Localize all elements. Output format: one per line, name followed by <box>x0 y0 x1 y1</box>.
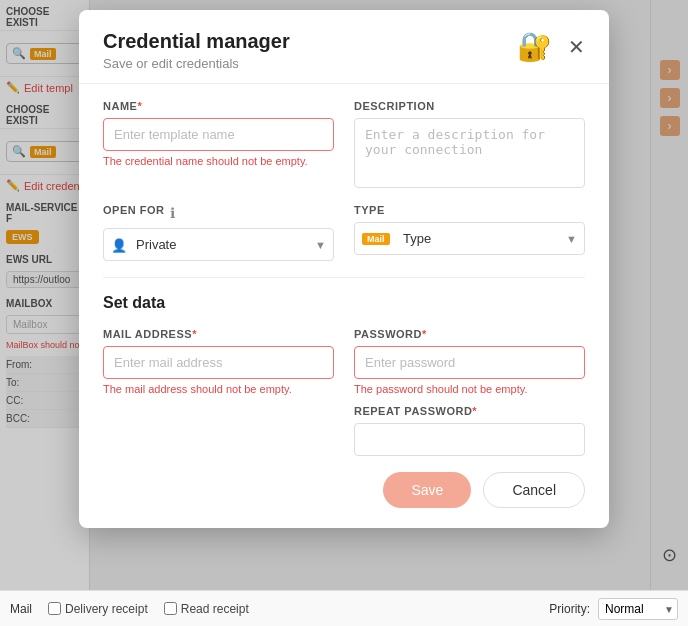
type-mail-badge: Mail <box>362 233 390 245</box>
repeat-password-label: REPEAT PASSWORD* <box>354 405 585 417</box>
name-error: The credential name should not be empty. <box>103 155 334 167</box>
bottom-bar-left: Mail Delivery receipt Read receipt <box>10 602 249 616</box>
open-for-select-wrapper: 👤 Private Public ▼ <box>103 228 334 261</box>
password-error: The password should not be empty. <box>354 383 585 395</box>
key-icon: 🔐 <box>517 30 552 63</box>
modal-actions: Save Cancel <box>103 472 585 508</box>
name-label: NAME* <box>103 100 334 112</box>
repeat-password-input[interactable] <box>354 423 585 456</box>
open-for-group: OPEN FOR ℹ 👤 Private Public ▼ <box>103 204 334 261</box>
type-label: TYPE <box>354 204 585 216</box>
mail-address-group: MAIL ADDRESS* The mail address should no… <box>103 328 334 456</box>
mail-password-row: MAIL ADDRESS* The mail address should no… <box>103 328 585 456</box>
read-receipt-label: Read receipt <box>181 602 249 616</box>
mail-address-input[interactable] <box>103 346 334 379</box>
password-group: PASSWORD* The password should not be emp… <box>354 328 585 456</box>
mail-address-label: MAIL ADDRESS* <box>103 328 334 340</box>
type-group: TYPE Mail Type Mail ▼ <box>354 204 585 261</box>
password-label: PASSWORD* <box>354 328 585 340</box>
modal-title: Credential manager <box>103 30 290 53</box>
description-label: DESCRIPTION <box>354 100 585 112</box>
description-input[interactable] <box>354 118 585 188</box>
mail-label: Mail <box>10 602 32 616</box>
priority-select-wrapper: Normal High Low ▼ <box>598 598 678 620</box>
description-group: DESCRIPTION <box>354 100 585 188</box>
name-description-row: NAME* The credential name should not be … <box>103 100 585 188</box>
priority-select[interactable]: Normal High Low <box>598 598 678 620</box>
name-group: NAME* The credential name should not be … <box>103 100 334 188</box>
type-select-wrapper: Mail Type Mail ▼ <box>354 222 585 255</box>
open-for-label: OPEN FOR <box>103 204 164 216</box>
delivery-receipt-item[interactable]: Delivery receipt <box>48 602 148 616</box>
delivery-receipt-label: Delivery receipt <box>65 602 148 616</box>
read-receipt-item[interactable]: Read receipt <box>164 602 249 616</box>
read-receipt-checkbox[interactable] <box>164 602 177 615</box>
modal-overlay: Credential manager Save or edit credenti… <box>0 0 688 626</box>
priority-section: Priority: Normal High Low ▼ <box>549 598 678 620</box>
credential-manager-modal: Credential manager Save or edit credenti… <box>79 10 609 528</box>
open-for-type-row: OPEN FOR ℹ 👤 Private Public ▼ TYPE <box>103 204 585 261</box>
cancel-button[interactable]: Cancel <box>483 472 585 508</box>
delivery-receipt-checkbox[interactable] <box>48 602 61 615</box>
close-button[interactable]: ✕ <box>568 37 585 57</box>
modal-subtitle: Save or edit credentials <box>103 56 290 71</box>
name-input[interactable] <box>103 118 334 151</box>
modal-body: NAME* The credential name should not be … <box>79 84 609 528</box>
modal-header: Credential manager Save or edit credenti… <box>79 10 609 84</box>
open-for-select[interactable]: Private Public <box>103 228 334 261</box>
bottom-bar: Mail Delivery receipt Read receipt Prior… <box>0 590 688 626</box>
password-input[interactable] <box>354 346 585 379</box>
mail-address-error: The mail address should not be empty. <box>103 383 334 395</box>
set-data-section: Set data <box>103 277 585 312</box>
modal-header-left: Credential manager Save or edit credenti… <box>103 30 290 71</box>
save-button[interactable]: Save <box>383 472 471 508</box>
info-icon: ℹ <box>170 205 175 221</box>
priority-label: Priority: <box>549 602 590 616</box>
private-icon: 👤 <box>111 237 127 252</box>
